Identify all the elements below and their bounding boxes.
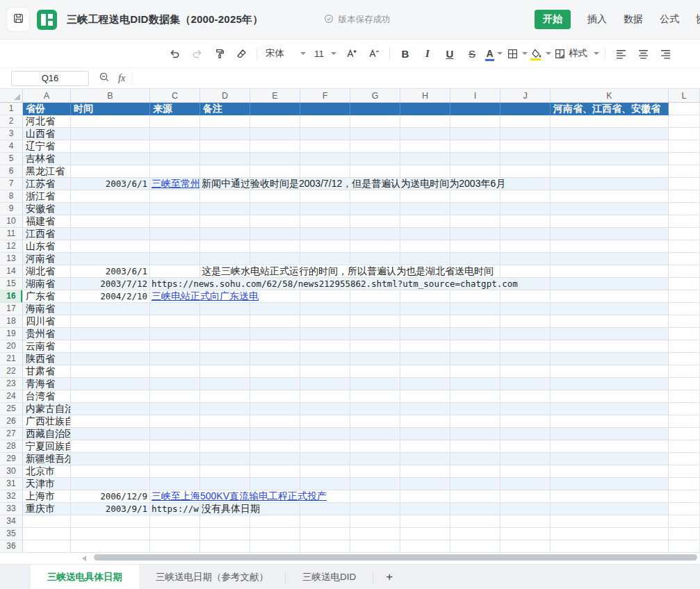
cell[interactable] [71,240,150,253]
cell[interactable]: 宁夏回族自治区 [23,440,71,453]
cell[interactable] [200,140,250,153]
cell[interactable] [500,228,551,240]
cell[interactable] [150,203,200,215]
cell[interactable] [350,478,400,490]
cell[interactable] [300,378,350,390]
cell[interactable] [71,328,150,340]
cell[interactable] [400,415,450,428]
fill-color-button[interactable] [530,44,551,63]
cell[interactable] [500,203,551,215]
borders-button[interactable] [507,44,528,63]
cell[interactable] [400,428,450,440]
cell[interactable] [350,453,400,465]
cell[interactable] [551,265,669,278]
cell-style-button[interactable]: 样式 [554,44,599,63]
cell[interactable] [500,115,551,128]
cell[interactable] [400,140,450,153]
cell[interactable] [500,353,551,365]
cell[interactable]: 湖南省 [23,278,71,290]
cell[interactable]: 重庆市 [23,503,71,515]
cell[interactable] [400,528,450,540]
row-header[interactable]: 34 [0,515,23,528]
cell[interactable]: 湖北省 [23,265,71,278]
cell[interactable]: 三峡电站正式向广东送电 [150,290,200,303]
cell[interactable] [400,340,450,353]
cell[interactable]: 河南省 [23,253,71,265]
row-header[interactable]: 21 [0,353,23,365]
cell[interactable]: 吉林省 [23,153,71,165]
menu-tab-item[interactable]: 协 [696,13,700,26]
cell[interactable] [450,315,500,328]
cell[interactable] [500,178,551,190]
cell[interactable] [71,428,150,440]
cell[interactable] [350,465,400,478]
cell[interactable] [450,165,500,178]
cell[interactable] [500,378,551,390]
cell[interactable] [350,365,400,378]
cell[interactable] [200,165,250,178]
cell[interactable] [500,128,551,140]
cell[interactable] [400,190,450,203]
cell[interactable]: 西藏自治区 [23,428,71,440]
cell[interactable] [250,253,300,265]
cell[interactable]: 广东省 [23,290,71,303]
cell[interactable]: 没有具体日期 [200,503,250,515]
cell[interactable] [300,240,350,253]
cell[interactable] [200,303,250,315]
cell[interactable] [400,453,450,465]
cell[interactable]: 浙江省 [23,190,71,203]
cell[interactable] [250,328,300,340]
cell[interactable] [150,365,200,378]
cell[interactable] [350,503,400,515]
cell[interactable]: 2003/6/1 [71,178,150,190]
cell[interactable] [450,453,500,465]
cell[interactable] [551,290,669,303]
cell[interactable] [300,290,350,303]
cell[interactable] [350,403,400,415]
cell[interactable] [500,190,551,203]
row-header[interactable]: 28 [0,440,23,453]
cell[interactable] [150,453,200,465]
cell[interactable] [350,240,400,253]
cell[interactable] [250,528,300,540]
strikethrough-button[interactable]: S [462,44,482,63]
row-header[interactable]: 6 [0,165,23,178]
row-header[interactable]: 26 [0,415,23,428]
cell[interactable] [669,378,700,390]
cell[interactable] [500,215,551,228]
cell[interactable] [669,203,700,215]
cell[interactable] [669,290,700,303]
cell[interactable] [400,515,450,528]
column-header[interactable]: H [400,89,450,102]
cell[interactable] [250,340,300,353]
cell[interactable] [150,428,200,440]
cell[interactable] [71,478,150,490]
cell[interactable] [150,528,200,540]
cell[interactable] [669,115,700,128]
cell[interactable] [250,390,300,403]
cell[interactable]: 2006/12/9 [71,490,150,503]
cell[interactable] [450,115,500,128]
cell[interactable]: 北京市 [23,465,71,478]
cell[interactable] [300,103,350,115]
cell[interactable]: 时间 [71,103,150,115]
cell[interactable] [450,390,500,403]
row-header[interactable]: 8 [0,190,23,203]
cell[interactable] [300,415,350,428]
cell-link[interactable]: 三峡至常州 [152,178,200,189]
row-header[interactable]: 9 [0,203,23,215]
cell[interactable] [250,428,300,440]
cell[interactable] [250,240,300,253]
cell[interactable]: 辽宁省 [23,140,71,153]
cell[interactable]: 台湾省 [23,390,71,403]
cell[interactable] [350,528,400,540]
cell[interactable]: https://w [150,503,200,515]
cell[interactable] [669,528,700,540]
scrollbar-thumb[interactable] [94,554,697,561]
cell[interactable] [551,153,669,165]
undo-button[interactable] [165,44,184,63]
formula-input[interactable] [132,71,699,86]
cell[interactable] [450,528,500,540]
cell[interactable] [669,490,700,503]
cell[interactable] [551,478,669,490]
